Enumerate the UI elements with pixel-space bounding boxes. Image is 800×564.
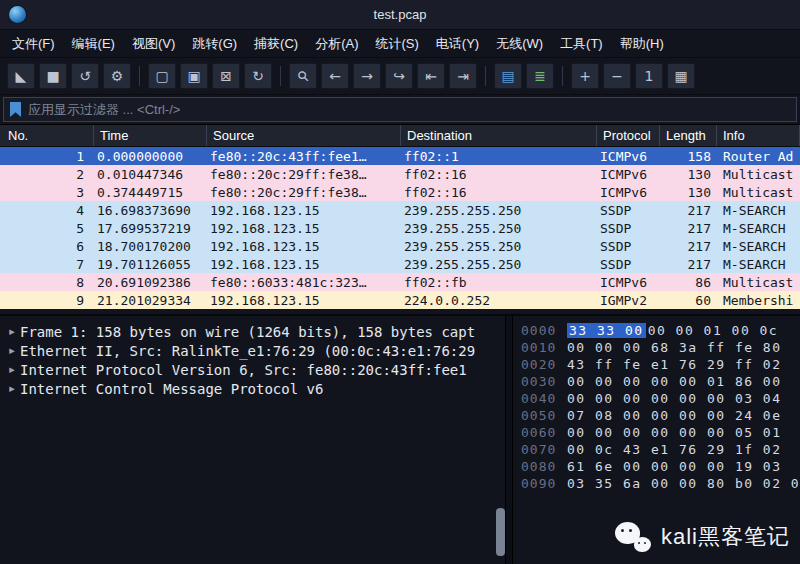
cell-length: 217: [660, 239, 717, 254]
hex-bytes[interactable]: 00 00 00 00 00 00 05 01: [567, 424, 782, 441]
hex-bytes[interactable]: 00 00 01 00 0c: [648, 323, 779, 338]
hex-offset: 0000: [521, 322, 567, 339]
zoom-out-button[interactable]: −: [603, 63, 631, 89]
filter-bookmark-icon[interactable]: [10, 102, 21, 117]
hex-row[interactable]: 0040 00 00 00 00 00 00 03 04: [521, 390, 800, 407]
find-packet-button[interactable]: ⚲: [289, 63, 317, 89]
display-filter-input[interactable]: [28, 102, 790, 117]
hex-bytes[interactable]: 43 ff fe e1 76 29 ff 02: [567, 356, 782, 373]
hex-bytes[interactable]: 00 0c 43 e1 76 29 1f 02: [567, 441, 782, 458]
stop-capture-button[interactable]: ■: [39, 63, 67, 89]
column-header-protocol[interactable]: Protocol: [597, 125, 660, 146]
hex-row[interactable]: 0050 07 08 00 00 00 00 24 0e: [521, 407, 800, 424]
menu-wireless[interactable]: 无线(W): [488, 31, 551, 57]
hex-bytes[interactable]: 00 00 00 00 00 01 86 00: [567, 373, 782, 390]
menu-tools[interactable]: 工具(T): [552, 31, 611, 57]
menu-telephony[interactable]: 电话(Y): [428, 31, 487, 57]
hex-bytes[interactable]: 03 35 6a 00 00 80 b0 02 0c: [567, 475, 800, 492]
column-header-no[interactable]: No.: [0, 125, 94, 146]
expander-icon[interactable]: ▸: [4, 344, 20, 357]
packet-row[interactable]: 8 20.691092386 fe80::6033:481c:323… ff02…: [0, 273, 800, 291]
first-packet-button[interactable]: ⇤: [417, 63, 445, 89]
go-forward-button[interactable]: →: [353, 63, 381, 89]
capture-options-button[interactable]: ⚙: [103, 63, 131, 89]
packet-row[interactable]: 5 17.699537219 192.168.123.15 239.255.25…: [0, 219, 800, 237]
cell-source: fe80::6033:481c:323…: [207, 275, 401, 290]
hex-bytes[interactable]: 00 00 00 68 3a ff fe 80: [567, 339, 782, 356]
column-header-info[interactable]: Info: [717, 125, 800, 146]
detail-icmpv6[interactable]: ▸ Internet Control Message Protocol v6: [4, 379, 505, 398]
goto-packet-button[interactable]: ↪: [385, 63, 413, 89]
hex-row[interactable]: 0000 33 33 0000 00 01 00 0c: [521, 322, 800, 339]
menu-view[interactable]: 视图(V): [124, 31, 183, 57]
packet-row[interactable]: 3 0.374449715 fe80::20c:29ff:fe38… ff02:…: [0, 183, 800, 201]
first-packet-icon: ⇤: [425, 69, 437, 83]
close-file-icon: ⊠: [220, 69, 232, 83]
cell-info: M-SEARCH: [717, 221, 800, 236]
colorize-button[interactable]: ≣: [526, 63, 554, 89]
start-capture-button[interactable]: ◣: [7, 63, 35, 89]
column-header-destination[interactable]: Destination: [401, 125, 597, 146]
expander-icon[interactable]: ▸: [4, 363, 20, 376]
column-header-length[interactable]: Length: [660, 125, 717, 146]
hex-bytes[interactable]: 07 08 00 00 00 00 24 0e: [567, 407, 782, 424]
menu-edit[interactable]: 编辑(E): [64, 31, 123, 57]
column-header-source[interactable]: Source: [207, 125, 401, 146]
search-icon: ⚲: [294, 67, 311, 84]
toolbar-separator: [562, 66, 563, 86]
last-packet-button[interactable]: ⇥: [449, 63, 477, 89]
menu-statistics[interactable]: 统计(S): [367, 31, 426, 57]
menu-analyze[interactable]: 分析(A): [307, 31, 366, 57]
menu-file[interactable]: 文件(F): [4, 31, 63, 57]
expander-icon[interactable]: ▸: [4, 382, 20, 395]
close-file-button[interactable]: ⊠: [212, 63, 240, 89]
cell-protocol: ICMPv6: [597, 185, 660, 200]
hex-row[interactable]: 0070 00 0c 43 e1 76 29 1f 02: [521, 441, 800, 458]
hex-selected-bytes[interactable]: 33 33 00: [567, 323, 646, 338]
column-header-time[interactable]: Time: [94, 125, 207, 146]
go-back-button[interactable]: ←: [321, 63, 349, 89]
hex-row[interactable]: 0060 00 00 00 00 00 00 05 01: [521, 424, 800, 441]
cell-protocol: ICMPv6: [597, 149, 660, 164]
detail-ethernet[interactable]: ▸ Ethernet II, Src: RalinkTe_e1:76:29 (0…: [4, 341, 505, 360]
hex-row[interactable]: 0090 03 35 6a 00 00 80 b0 02 0c: [521, 475, 800, 492]
menu-help[interactable]: 帮助(H): [612, 31, 672, 57]
menu-go[interactable]: 跳转(G): [184, 31, 245, 57]
reload-file-button[interactable]: ↻: [244, 63, 272, 89]
detail-frame[interactable]: ▸ Frame 1: 158 bytes on wire (1264 bits)…: [4, 322, 505, 341]
stop-capture-icon: ■: [46, 69, 59, 83]
hex-row[interactable]: 0080 61 6e 00 00 00 00 19 03: [521, 458, 800, 475]
cell-no: 7: [0, 257, 94, 272]
zoom-original-button[interactable]: 1: [635, 63, 663, 89]
main-toolbar: ◣ ■ ↺ ⚙ ▢ ▣ ⊠ ↻ ⚲ ← → ↪ ⇤ ⇥ ▤ ≣ + − 1 ▦: [0, 58, 800, 95]
detail-ipv6[interactable]: ▸ Internet Protocol Version 6, Src: fe80…: [4, 360, 505, 379]
packet-row[interactable]: 1 0.000000000 fe80::20c:43ff:fee1… ff02:…: [0, 147, 800, 165]
zoom-out-icon: −: [611, 69, 623, 83]
expander-icon[interactable]: ▸: [4, 325, 20, 338]
hex-offset: 0040: [521, 390, 567, 407]
cell-length: 158: [660, 149, 717, 164]
cell-destination: 239.255.255.250: [401, 221, 597, 236]
save-file-button[interactable]: ▣: [180, 63, 208, 89]
resize-columns-button[interactable]: ▦: [667, 63, 695, 89]
menu-capture[interactable]: 捕获(C): [246, 31, 306, 57]
hex-bytes[interactable]: 61 6e 00 00 00 00 19 03: [567, 458, 782, 475]
detail-pane-scrollbar[interactable]: [496, 508, 505, 556]
restart-capture-button[interactable]: ↺: [71, 63, 99, 89]
hex-row[interactable]: 0020 43 ff fe e1 76 29 ff 02: [521, 356, 800, 373]
wechat-logo-icon: [615, 522, 651, 552]
cell-time: 0.010447346: [94, 167, 207, 182]
packet-row[interactable]: 4 16.698373690 192.168.123.15 239.255.25…: [0, 201, 800, 219]
hex-row[interactable]: 0010 00 00 00 68 3a ff fe 80: [521, 339, 800, 356]
hex-row[interactable]: 0030 00 00 00 00 00 01 86 00: [521, 373, 800, 390]
open-file-button[interactable]: ▢: [148, 63, 176, 89]
zoom-in-button[interactable]: +: [571, 63, 599, 89]
packet-row[interactable]: 2 0.010447346 fe80::20c:29ff:fe38… ff02:…: [0, 165, 800, 183]
hex-bytes[interactable]: 00 00 00 00 00 00 03 04: [567, 390, 782, 407]
packet-row[interactable]: 9 21.201029334 192.168.123.15 224.0.0.25…: [0, 291, 800, 309]
pane-splitter[interactable]: [505, 316, 513, 564]
auto-scroll-button[interactable]: ▤: [494, 63, 522, 89]
cell-time: 0.374449715: [94, 185, 207, 200]
packet-row[interactable]: 6 18.700170200 192.168.123.15 239.255.25…: [0, 237, 800, 255]
packet-row[interactable]: 7 19.701126055 192.168.123.15 239.255.25…: [0, 255, 800, 273]
